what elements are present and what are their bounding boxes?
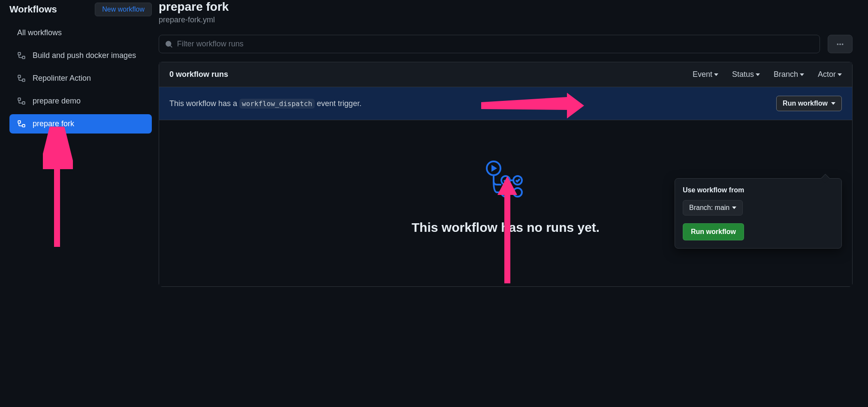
chevron-down-icon — [714, 73, 718, 76]
svg-marker-13 — [481, 93, 584, 118]
chevron-down-icon — [756, 73, 760, 76]
run-workflow-popover: Use workflow from Branch: main Run workf… — [675, 178, 842, 249]
sidebar-item-label: Build and push docker images — [33, 51, 136, 60]
dispatch-code: workflow_dispatch — [239, 99, 315, 109]
workflow-icon — [17, 52, 26, 60]
annotation-arrow-run-button — [481, 93, 584, 118]
dispatch-description: This workflow has a workflow_dispatch ev… — [169, 99, 362, 108]
sidebar-title: Workflows — [9, 4, 57, 15]
annotation-arrow-run-green — [493, 176, 523, 288]
popover-heading: Use workflow from — [683, 186, 834, 194]
filter-branch[interactable]: Branch — [774, 70, 804, 79]
sidebar-all-label: All workflows — [17, 28, 62, 37]
sidebar-item-prepare-fork[interactable]: prepare fork — [9, 114, 152, 134]
filter-actor[interactable]: Actor — [818, 70, 842, 79]
filter-status[interactable]: Status — [732, 70, 760, 79]
chevron-down-icon — [800, 73, 804, 76]
chevron-down-icon — [838, 73, 842, 76]
new-workflow-button[interactable]: New workflow — [95, 3, 152, 16]
sidebar-item-label: Repolinter Action — [33, 74, 91, 83]
run-workflow-submit-button[interactable]: Run workflow — [683, 223, 744, 240]
search-icon — [165, 40, 173, 48]
page-subtitle: prepare-fork.yml — [159, 15, 853, 24]
sidebar-item-repolinter[interactable]: Repolinter Action — [9, 69, 152, 88]
filter-runs-search[interactable] — [159, 35, 820, 53]
branch-selector-button[interactable]: Branch: main — [683, 200, 743, 216]
run-workflow-dropdown-button[interactable]: Run workflow — [776, 96, 842, 111]
workflow-icon — [17, 74, 26, 83]
workflows-sidebar: Workflows New workflow All workflows Bui… — [0, 0, 159, 287]
svg-marker-15 — [497, 176, 517, 195]
page-title: prepare fork — [159, 0, 853, 14]
runs-count-label: 0 workflow runs — [169, 70, 228, 79]
chevron-down-icon — [732, 207, 736, 209]
chevron-down-icon — [831, 102, 835, 105]
workflow-icon — [17, 120, 26, 128]
svg-marker-12 — [47, 127, 67, 146]
annotation-arrow-sidebar — [43, 127, 73, 251]
kebab-icon — [836, 40, 844, 49]
filter-event[interactable]: Event — [693, 70, 718, 79]
sidebar-item-build-push[interactable]: Build and push docker images — [9, 46, 152, 65]
workflow-icon — [17, 97, 26, 106]
more-actions-button[interactable] — [828, 35, 853, 53]
filter-runs-input[interactable] — [177, 39, 814, 49]
sidebar-all-workflows[interactable]: All workflows — [9, 23, 152, 43]
sidebar-item-label: prepare demo — [33, 97, 81, 106]
sidebar-item-prepare-demo[interactable]: prepare demo — [9, 91, 152, 111]
